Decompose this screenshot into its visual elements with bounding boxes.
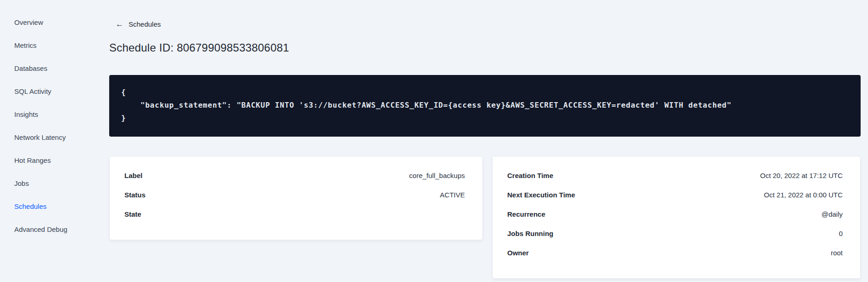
detail-row-value: root [831, 249, 843, 257]
detail-row: Jobs Running 0 [507, 224, 843, 243]
code-line: } [121, 112, 849, 125]
detail-row-value: Oct 20, 2022 at 17:12 UTC [760, 172, 843, 179]
detail-row-label: Status [124, 191, 146, 199]
detail-row-value: ACTIVE [440, 191, 465, 199]
sidebar-item[interactable]: Insights [14, 110, 38, 118]
sidebar-item[interactable]: Databases [14, 64, 47, 72]
code-line: "backup_statement": "BACKUP INTO 's3://b… [121, 99, 849, 112]
sidebar-item[interactable]: Schedules [14, 202, 47, 210]
sidebar-item[interactable]: Overview [14, 18, 43, 26]
detail-row-label: Creation Time [507, 172, 553, 179]
schedule-details-page: Overview Metrics Databases SQL Activity … [0, 0, 868, 282]
schedule-label-card: Label core_full_backups Status ACTIVE St… [109, 156, 483, 240]
detail-row: Next Execution Time Oct 21, 2022 at 0:00… [507, 185, 843, 204]
detail-row-label: Next Execution Time [507, 191, 575, 199]
page-title: Schedule ID: 806799098533806081 [109, 41, 861, 54]
detail-row: Creation Time Oct 20, 2022 at 17:12 UTC [507, 166, 843, 185]
detail-row-label: Recurrence [507, 210, 545, 218]
sidebar-item[interactable]: Hot Ranges [14, 156, 51, 164]
detail-row: Owner root [507, 243, 843, 262]
main-content: ← Schedules Schedule ID: 806799098533806… [109, 0, 861, 282]
detail-row-value: core_full_backups [409, 172, 465, 179]
detail-row-label: State [124, 210, 141, 218]
sidebar-item[interactable]: Jobs [14, 179, 29, 187]
detail-row-value: Oct 21, 2022 at 0:00 UTC [764, 191, 843, 199]
detail-row-value: @daily [821, 210, 843, 218]
detail-row: Label core_full_backups [124, 166, 465, 185]
back-to-schedules-link[interactable]: ← Schedules [116, 20, 161, 28]
detail-row: Recurrence @daily [507, 204, 843, 224]
sidebar-item[interactable]: Metrics [14, 41, 36, 49]
detail-row-label: Jobs Running [507, 230, 553, 237]
sidebar-nav: Overview Metrics Databases SQL Activity … [0, 0, 109, 282]
detail-row-value: 0 [839, 230, 843, 237]
detail-row: Status ACTIVE [124, 185, 465, 204]
detail-row-label: Label [124, 172, 142, 179]
detail-row: State [124, 204, 465, 224]
detail-cards: Label core_full_backups Status ACTIVE St… [109, 156, 861, 279]
back-arrow-icon: ← [116, 20, 123, 28]
sidebar-item[interactable]: Advanced Debug [14, 225, 67, 233]
code-line: { [121, 86, 849, 99]
sidebar-item[interactable]: Network Latency [14, 133, 66, 141]
backup-statement-code-block: { "backup_statement": "BACKUP INTO 's3:/… [109, 75, 861, 137]
schedule-timing-card: Creation Time Oct 20, 2022 at 17:12 UTC … [492, 156, 861, 279]
detail-row-label: Owner [507, 249, 529, 257]
back-link-label: Schedules [129, 20, 161, 28]
sidebar-item[interactable]: SQL Activity [14, 87, 51, 95]
